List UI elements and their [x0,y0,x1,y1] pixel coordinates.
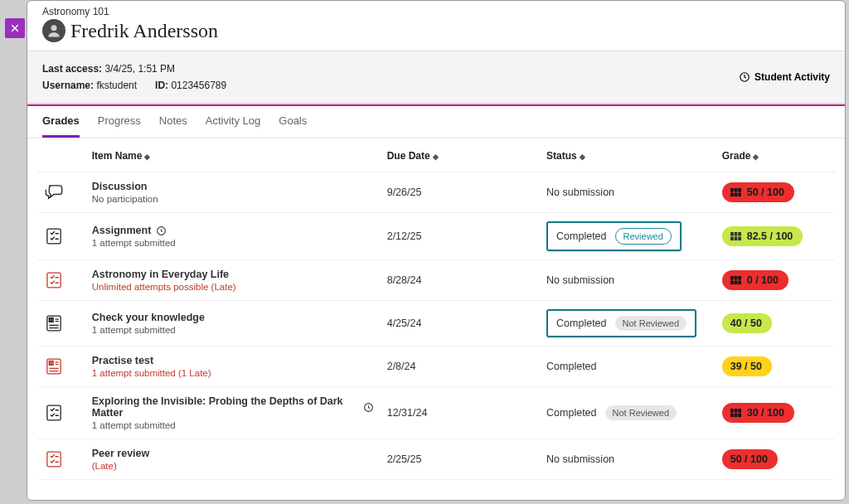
assignment-icon [42,401,65,424]
svg-point-31 [50,362,51,363]
svg-point-33 [50,364,51,365]
svg-rect-3 [734,188,737,192]
status-text: No submission [546,274,614,286]
tab-goals[interactable]: Goals [279,114,307,138]
svg-rect-41 [734,413,737,417]
table-row[interactable]: Exploring the Invisible: Probing the Dep… [37,387,835,439]
tab-progress[interactable]: Progress [98,114,141,138]
tab-bar: GradesProgressNotesActivity LogGoals [27,104,845,138]
grade-pill[interactable]: 40 / 50 [722,313,772,333]
grade-pill[interactable]: 39 / 50 [722,356,772,376]
status-text: No submission [546,453,614,465]
col-icon-header [37,138,85,172]
svg-rect-5 [730,192,734,196]
grade-value: 39 / 50 [730,361,762,372]
tab-grades[interactable]: Grades [42,114,80,138]
svg-rect-15 [738,236,741,240]
item-title: Practise test [92,355,374,366]
status-text: Completed [546,361,596,372]
panel-header: Astronomy 101 Fredrik Andersson [27,1,845,51]
grade-pill[interactable]: 50 / 100 [722,449,778,469]
assignment-icon [42,269,65,292]
status-text: Completed [546,407,596,419]
svg-rect-39 [738,409,741,413]
item-title: Discussion [92,181,374,192]
item-subtext: (Late) [92,461,374,471]
rubric-icon [730,188,741,197]
status-cell: No submission [546,187,709,198]
review-badge: Reviewed [615,228,672,245]
grade-value: 50 / 100 [747,187,784,198]
grade-pill[interactable]: 30 / 100 [722,403,794,423]
last-access-value: 3/4/25, 1:51 PM [104,63,175,75]
close-button[interactable] [5,18,25,38]
svg-rect-8 [47,229,61,244]
col-item-header[interactable]: Item Name◆ [85,138,381,172]
item-title: Assignment [92,225,374,236]
item-title: Check your knowledge [92,312,374,323]
status-text: Completed [556,317,606,329]
due-date: 4/25/24 [381,301,540,346]
status-cell: CompletedNot Reviewed [546,405,709,420]
item-title: Exploring the Invisible: Probing the Dep… [92,395,374,419]
svg-point-27 [50,321,51,322]
table-row[interactable]: Peer review(Late)2/25/25No submission50 … [37,439,835,480]
clock-icon [363,402,374,413]
assignment-icon [42,225,65,248]
activity-clock-icon [739,71,750,83]
tab-activity-log[interactable]: Activity Log [206,114,260,138]
svg-point-0 [51,25,57,31]
sort-icon: ◆ [580,153,585,161]
rubric-icon [730,409,741,418]
col-status-header[interactable]: Status◆ [540,138,716,172]
due-date: 12/31/24 [381,387,540,439]
item-title: Astronomy in Everyday Life [92,269,374,280]
tab-notes[interactable]: Notes [159,114,187,138]
student-id: ID: 0123456789 [155,80,226,91]
sort-icon: ◆ [433,153,439,161]
table-row[interactable]: Practise test1 attempt submitted (1 Late… [37,346,835,387]
student-activity-label: Student Activity [754,71,830,83]
grade-pill[interactable]: 82.5 / 100 [722,226,803,246]
svg-point-26 [51,319,52,320]
due-date: 2/25/25 [381,439,540,480]
svg-rect-35 [47,405,61,420]
col-grade-header[interactable]: Grade◆ [716,138,835,172]
student-activity-link[interactable]: Student Activity [739,71,830,83]
svg-rect-38 [734,409,737,413]
table-row[interactable]: Check your knowledge1 attempt submitted4… [37,301,835,346]
status-text: Completed [556,230,606,242]
due-date: 9/26/25 [381,172,540,213]
course-name: Astronomy 101 [42,6,830,17]
svg-rect-18 [734,276,737,280]
status-cell: Completed [546,361,709,372]
svg-rect-10 [730,232,734,236]
svg-rect-17 [730,276,734,280]
svg-point-25 [50,319,51,320]
test-icon [42,312,65,335]
svg-rect-22 [738,280,741,284]
grade-pill[interactable]: 0 / 100 [722,270,788,290]
col-due-header[interactable]: Due Date◆ [381,138,540,172]
status-cell: No submission [546,453,709,465]
svg-point-28 [51,321,52,322]
grade-pill[interactable]: 50 / 100 [722,182,794,202]
status-text: No submission [546,187,614,198]
due-date: 2/12/25 [381,213,540,260]
svg-rect-19 [738,276,741,280]
table-row[interactable]: Astronomy in Everyday LifeUnlimited atte… [37,260,835,301]
last-access-label: Last access: [42,63,102,75]
table-row[interactable]: Assignment1 attempt submitted2/12/25Comp… [37,213,835,260]
svg-rect-20 [730,280,734,284]
table-row[interactable]: DiscussionNo participation9/26/25No subm… [37,172,835,213]
status-cell: CompletedNot Reviewed [546,309,696,337]
grade-value: 0 / 100 [747,274,779,286]
rubric-icon [730,232,741,241]
student-name: Fredrik Andersson [70,20,218,42]
svg-rect-13 [730,236,734,240]
username: Username: fkstudent [42,80,137,91]
svg-rect-6 [734,192,737,196]
svg-rect-11 [734,232,737,236]
item-title: Peer review [92,448,374,459]
due-date: 2/8/24 [381,346,540,387]
